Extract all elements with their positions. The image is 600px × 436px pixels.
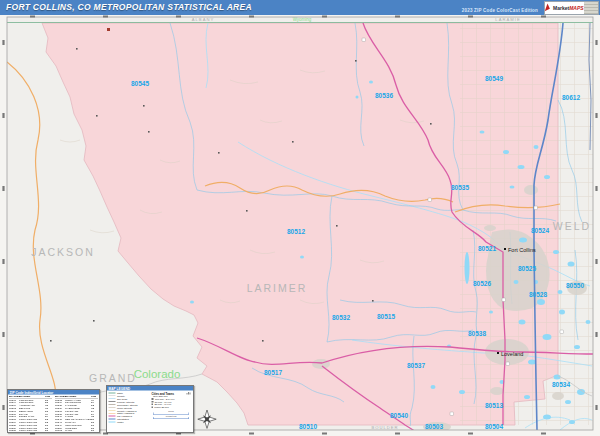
city-size-row: Under 25,000 <box>152 406 191 409</box>
zip-index-panel: ZIP Code Index/Grid Locator ZIP Code ZIP… <box>7 389 100 433</box>
legend-swatch <box>109 404 116 405</box>
zip-label: 80532 <box>332 314 350 321</box>
zip-label: 80550 <box>566 282 584 289</box>
county-label-albany: ALBANY <box>192 17 215 22</box>
legend-swatch <box>109 398 116 399</box>
zip-label: 80513 <box>485 402 503 409</box>
page-title: FORT COLLINS, CO METROPOLITAN STATISTICA… <box>6 0 252 15</box>
legend-swatch <box>109 410 116 411</box>
state-label-colorado: Colorado <box>134 368 181 380</box>
county-label-grand: GRAND <box>89 372 137 384</box>
legend-swatch <box>109 393 116 394</box>
legend-panel: MAP LEGEND State County ZIP Code Primary… <box>106 385 194 433</box>
city-size-label: Under 25,000 <box>154 406 169 409</box>
zip-label: 80534 <box>552 381 570 388</box>
city-size-icon <box>152 404 154 406</box>
logo-text-maps: MAPS <box>569 5 583 11</box>
zip-label: 80503 <box>425 423 443 430</box>
county-label-boulder: BOULDER <box>371 425 398 430</box>
legend-swatch <box>109 401 116 402</box>
legend-swatch <box>109 422 116 423</box>
city-size-icon <box>152 407 153 408</box>
legend-swatch <box>109 407 116 408</box>
zip-label: 80538 <box>468 330 486 337</box>
county-label-larimer: LARIMER <box>247 282 308 294</box>
city-size-icon <box>152 398 154 400</box>
city-label-fort-collins: Fort Collins <box>508 247 536 253</box>
legend-row: Water <box>109 420 150 423</box>
poi-marker-red <box>107 28 110 31</box>
fort-collins-marker <box>504 248 506 250</box>
zip-label: 80504 <box>485 423 503 430</box>
zip-index-row: 80612 CARR E1 <box>55 429 98 432</box>
zip-label: 80545 <box>131 80 149 87</box>
map-poster: FORT COLLINS, CO METROPOLITAN STATISTICA… <box>0 0 600 436</box>
zip-code-cell: 80528 <box>9 429 19 432</box>
legend-swatch <box>109 419 116 420</box>
zip-label: 80525 <box>518 265 536 272</box>
legend-swatch <box>109 395 116 396</box>
county-label-weld: WELD <box>553 220 591 232</box>
city-size-icon <box>152 401 154 403</box>
zip-index-rows-right: 80532 GLEN HAVEN C4 80534 JOHNSTOWN E4 8… <box>55 398 98 432</box>
zip-grid-cell: E3 <box>45 429 51 432</box>
zip-label: 80536 <box>375 92 393 99</box>
zip-label: 80535 <box>451 184 469 191</box>
zip-label: 80528 <box>529 291 547 298</box>
zip-label: 80549 <box>485 75 503 82</box>
map-canvas: 80545 80536 80549 80612 80512 80535 8052… <box>0 15 600 436</box>
edition-label: 2023 ZIP Code ColorCast Edition <box>462 8 538 13</box>
zip-code-cell: 80612 <box>55 429 65 432</box>
county-label-laramie: LARAMIE <box>495 17 520 22</box>
zip-index-row: 80528 FORT COLLINS E3 <box>9 429 52 432</box>
legend-swatch <box>109 413 116 414</box>
city-label-loveland: Loveland <box>501 351 523 357</box>
logo-text-market: Market <box>553 5 569 11</box>
state-label-wyoming: Wyoming <box>293 17 312 22</box>
logo-swoosh-icon <box>545 4 551 13</box>
zip-name-cell: FORT COLLINS <box>19 429 45 432</box>
scale-km-bar <box>153 417 189 419</box>
zip-label: 80526 <box>473 280 491 287</box>
zip-label: 80524 <box>531 227 549 234</box>
scale-bars: Miles Kilometers <box>152 410 191 419</box>
zip-label: 80510 <box>299 423 317 430</box>
legend-line-items: State County ZIP Code Primary Streets Se… <box>109 392 150 424</box>
zip-label: 80612 <box>562 94 580 101</box>
header-bar: FORT COLLINS, CO METROPOLITAN STATISTICA… <box>0 0 600 15</box>
zip-label: 80540 <box>390 412 408 419</box>
zip-label: 80537 <box>407 362 425 369</box>
zip-index-rows-left: 80503 LONGMONT D5 80504 LONGMONT E5 8051… <box>9 398 52 432</box>
logo-fineprint-block <box>584 2 598 14</box>
zip-grid-cell: E1 <box>91 429 97 432</box>
marketmaps-logo: MarketMAPS <box>544 1 599 15</box>
zip-label: 80512 <box>287 228 305 235</box>
zip-label: 80515 <box>377 313 395 320</box>
zip-label: 80521 <box>478 245 496 252</box>
logo-wordmark: MarketMAPS <box>545 2 584 14</box>
county-label-jackson: JACKSON <box>31 246 95 258</box>
zip-name-cell: CARR <box>65 429 91 432</box>
zip-label: 80517 <box>264 369 282 376</box>
legend-swatch <box>109 416 116 417</box>
city-skyline-icon <box>187 392 191 395</box>
loveland-marker <box>497 352 499 354</box>
zip-index-body: ZIP Code ZIP Name Grid 80503 LONGMONT D5… <box>8 395 99 433</box>
legend-body: State County ZIP Code Primary Streets Se… <box>107 391 193 425</box>
legend-label: Water <box>117 420 124 423</box>
legend-city-sizes: Over 250,000 100,000 - 249,999 50,000 - … <box>152 395 191 408</box>
